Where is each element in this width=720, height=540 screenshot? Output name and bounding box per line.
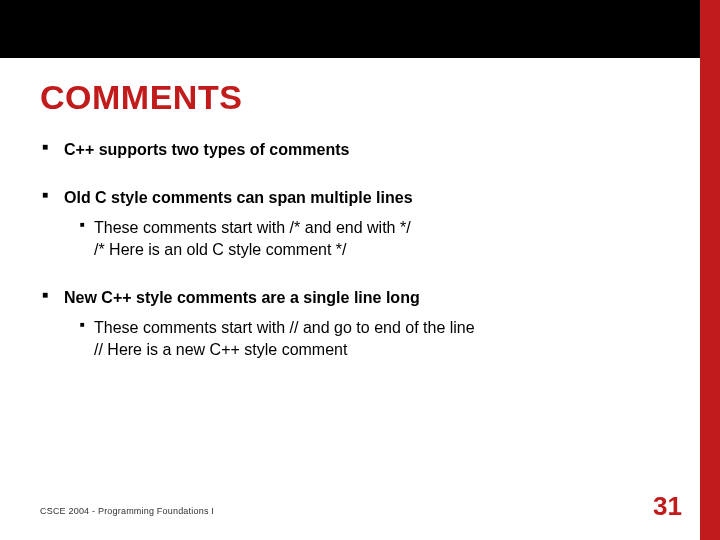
bullet-3-sub-1: These comments start with // and go to e… <box>80 318 680 338</box>
slide: COMMENTS C++ supports two types of comme… <box>0 0 720 540</box>
bullet-2-sub-1: These comments start with /* and end wit… <box>80 218 680 238</box>
bullet-3-sub-2: // Here is a new C++ style comment <box>80 340 680 360</box>
page-number: 31 <box>653 491 682 522</box>
top-bar <box>0 0 720 58</box>
bullet-1: C++ supports two types of comments <box>40 140 680 160</box>
footer-text: CSCE 2004 - Programming Foundations I <box>40 506 214 516</box>
bullet-2-sub: These comments start with /* and end wit… <box>80 218 680 260</box>
bullet-3-sub: These comments start with // and go to e… <box>80 318 680 360</box>
slide-content: C++ supports two types of comments Old C… <box>40 140 680 388</box>
side-accent-bar <box>700 0 720 540</box>
bullet-2-sub-2: /* Here is an old C style comment */ <box>80 240 680 260</box>
bullet-2: Old C style comments can span multiple l… <box>40 188 680 208</box>
bullet-3: New C++ style comments are a single line… <box>40 288 680 308</box>
slide-title: COMMENTS <box>40 78 242 117</box>
